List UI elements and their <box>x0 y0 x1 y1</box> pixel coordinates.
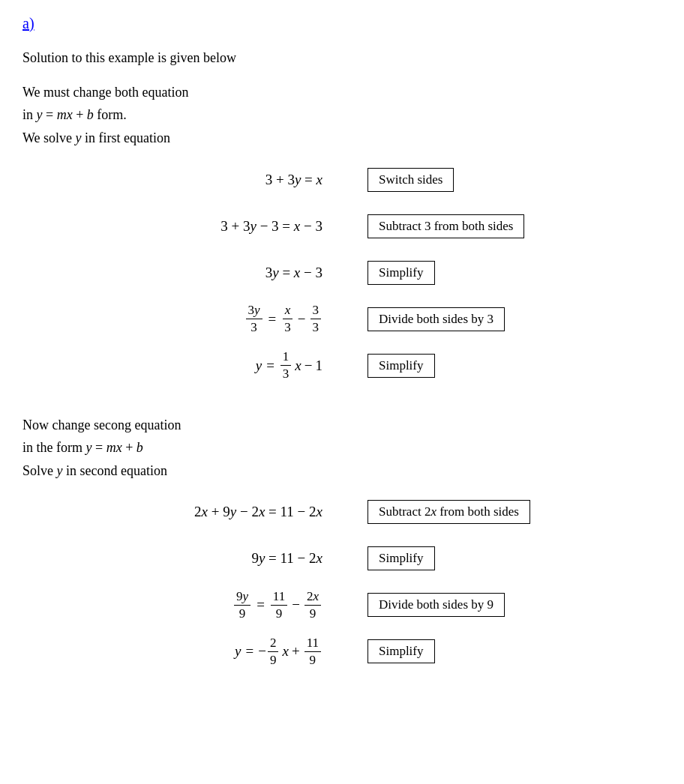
solution-intro: Solution to this example is given below <box>22 47 662 69</box>
step-label-divide-3: Divide both sides by 3 <box>368 307 505 331</box>
step-row-7: 9y = 11 − 2x Simplify <box>22 540 662 576</box>
math-expr-9: y = −29 x + 119 <box>22 635 368 669</box>
step-row-1: 3 + 3y = x Switch sides <box>22 162 662 198</box>
math-expr-5: y = 13 x − 1 <box>22 349 368 382</box>
step-label-simplify-3: Simplify <box>368 546 435 570</box>
math-expr-8: 9y9 = 119 − 2x9 <box>22 588 368 622</box>
second-equation-section: 2x + 9y − 2x = 11 − 2x Subtract 2x from … <box>22 494 662 669</box>
math-expr-2: 3 + 3y − 3 = x − 3 <box>22 218 368 235</box>
second-section-line2: in the form y = mx + b <box>22 436 662 459</box>
first-section-line2: in y = mx + b form. <box>22 103 662 127</box>
step-label-simplify-4: Simplify <box>368 639 435 663</box>
second-section-line3: Solve y in second equation <box>22 459 662 483</box>
step-label-simplify-2: Simplify <box>368 354 435 378</box>
first-section-line3: We solve y in first equation <box>22 127 662 150</box>
step-row-5: y = 13 x − 1 Simplify <box>22 348 662 384</box>
math-expr-3: 3y = x − 3 <box>22 265 368 281</box>
step-label-subtract-3: Subtract 3 from both sides <box>368 214 524 238</box>
first-section-line1: We must change both equation <box>22 81 662 104</box>
math-expr-6: 2x + 9y − 2x = 11 − 2x <box>22 504 368 520</box>
second-section-line1: Now change secong equation <box>22 414 662 437</box>
step-row-9: y = −29 x + 119 Simplify <box>22 633 662 669</box>
step-row-6: 2x + 9y − 2x = 11 − 2x Subtract 2x from … <box>22 494 662 530</box>
step-label-switch-sides: Switch sides <box>368 168 454 192</box>
math-expr-1: 3 + 3y = x <box>22 172 368 188</box>
second-section-intro: Now change secong equation in the form y… <box>22 414 662 483</box>
step-label-divide-9: Divide both sides by 9 <box>368 593 505 617</box>
part-label: a) <box>22 15 662 32</box>
math-expr-4: 3y3 = x3 − 33 <box>22 302 368 336</box>
step-label-simplify-1: Simplify <box>368 261 435 285</box>
math-expr-7: 9y = 11 − 2x <box>22 550 368 567</box>
first-equation-section: 3 + 3y = x Switch sides 3 + 3y − 3 = x −… <box>22 162 662 384</box>
step-row-4: 3y3 = x3 − 33 Divide both sides by 3 <box>22 301 662 337</box>
step-row-8: 9y9 = 119 − 2x9 Divide both sides by 9 <box>22 587 662 623</box>
step-label-subtract-2x: Subtract 2x from both sides <box>368 500 530 524</box>
first-section-intro: We must change both equation in y = mx +… <box>22 81 662 150</box>
step-row-3: 3y = x − 3 Simplify <box>22 255 662 291</box>
step-row-2: 3 + 3y − 3 = x − 3 Subtract 3 from both … <box>22 208 662 244</box>
